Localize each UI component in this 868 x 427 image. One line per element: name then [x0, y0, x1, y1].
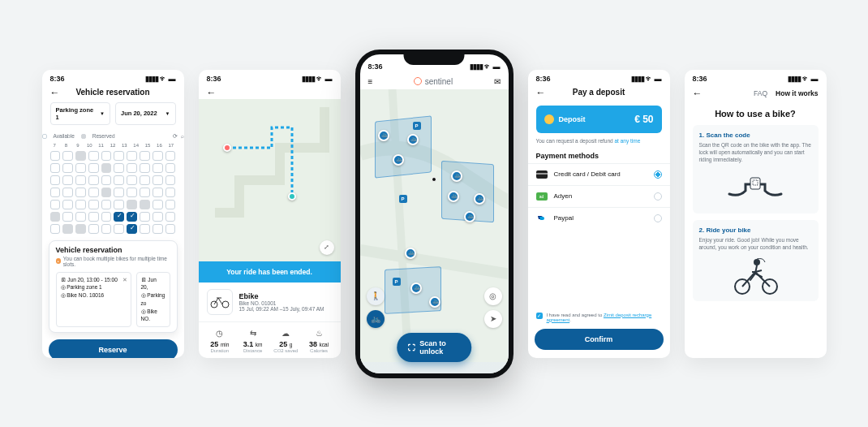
- route-line: [199, 99, 341, 229]
- filter-walk-icon[interactable]: 🚶: [367, 287, 385, 305]
- info-icon: •: [56, 258, 61, 264]
- station-icon[interactable]: [429, 296, 440, 308]
- menu-icon[interactable]: ≡: [368, 77, 373, 86]
- status-bar: 8:36 ▮▮▮▮ᯤ▬: [685, 70, 827, 84]
- station-icon[interactable]: [378, 130, 389, 141]
- time: 8:36: [368, 63, 383, 71]
- stat-duration: ◷25 minDuration: [204, 329, 237, 353]
- deposit-amount: € 50: [634, 114, 653, 125]
- parking-icon[interactable]: P: [413, 122, 421, 130]
- adyen-icon: ad: [536, 192, 548, 201]
- status-icons: ▮▮▮▮ᯤ▬: [631, 75, 662, 83]
- zone-select[interactable]: Parking zone 1▼: [50, 102, 111, 125]
- locate-icon[interactable]: ◎: [484, 287, 502, 305]
- radio-icon: [654, 192, 662, 201]
- header: ←: [199, 84, 341, 99]
- availability-grid[interactable]: [42, 148, 184, 235]
- reservation-card[interactable]: 🗓 Jun 20, ◎ Parking zo ◎ Bike NO.: [136, 272, 170, 328]
- back-icon[interactable]: ←: [536, 88, 546, 97]
- step-heading: 2. Ride your bike: [699, 226, 812, 234]
- tab-howitworks[interactable]: How it works: [776, 89, 818, 97]
- status-icons: ▮▮▮▮ᯤ▬: [302, 75, 333, 83]
- route-icon: ⇆: [236, 329, 269, 338]
- rider-illustration: [699, 256, 812, 295]
- step-card: 1. Scan the code Scan the QR code on the…: [693, 125, 819, 214]
- pm-adyen[interactable]: adAdyen: [528, 185, 670, 207]
- station-icon[interactable]: [405, 248, 416, 259]
- back-icon[interactable]: ←: [50, 88, 60, 97]
- station-icon[interactable]: [474, 193, 485, 205]
- radio-icon: [654, 214, 662, 222]
- status-icons: ▮▮▮▮ᯤ▬: [788, 75, 819, 83]
- tab-faq[interactable]: FAQ: [754, 89, 767, 97]
- card-icon: [536, 170, 548, 179]
- status-bar: 8:36 ▮▮▮▮ᯤ▬: [528, 70, 670, 84]
- filter-bike-icon[interactable]: 🚲: [367, 310, 385, 328]
- station-icon[interactable]: [464, 211, 475, 222]
- date-select[interactable]: Jun 20, 2022▼: [115, 102, 176, 125]
- refresh-icon[interactable]: ⟳: [173, 133, 178, 140]
- scan-button[interactable]: ⛶ Scan to unlock: [397, 333, 471, 362]
- screen-deposit: 8:36 ▮▮▮▮ᯤ▬ ← Pay a deposit Deposit € 50…: [528, 70, 670, 358]
- page-title: Pay a deposit: [546, 88, 652, 97]
- svg-point-2: [222, 301, 229, 308]
- svg-rect-4: [750, 178, 760, 189]
- parking-icon[interactable]: P: [393, 278, 401, 286]
- deposit-card: Deposit € 50: [536, 106, 662, 133]
- back-icon[interactable]: ←: [207, 88, 217, 97]
- start-pin-icon: [223, 144, 231, 152]
- agree-row[interactable]: ✓ I have read and agreed to Zimit deposi…: [536, 304, 662, 322]
- search-icon[interactable]: ⌕: [181, 133, 184, 140]
- stat-calories: ♨38 kcalCalories: [303, 329, 336, 353]
- stat-distance: ⇆3.1 kmDistance: [236, 329, 269, 353]
- notch: [404, 54, 465, 65]
- panel-note: •You can book multiple bikes for multipl…: [56, 256, 170, 267]
- status-icons: ▮▮▮▮ᯤ▬: [470, 63, 501, 71]
- station-icon[interactable]: [448, 191, 459, 202]
- stat-co2: ☁25 gCO2 saved: [269, 329, 303, 353]
- panel-title: Vehicle reservation: [56, 246, 170, 254]
- ended-banner: Your ride has been ended.: [199, 261, 341, 283]
- station-icon[interactable]: [393, 154, 404, 166]
- fire-icon: ♨: [303, 329, 336, 338]
- screen-howitworks: 8:36 ▮▮▮▮ᯤ▬ ← FAQ How it works How to us…: [685, 70, 827, 358]
- bike-icon: [207, 289, 233, 315]
- time: 8:36: [536, 75, 551, 83]
- bike-card: Ebike Bike NO. 01001 15 Jul, 09:22 AM –1…: [199, 283, 341, 321]
- bike-name: Ebike: [239, 292, 324, 300]
- qr-icon: ⛶: [408, 343, 415, 352]
- refund-link[interactable]: at any time: [614, 138, 640, 144]
- refund-text: You can request a deposit refund at any …: [536, 138, 662, 144]
- step-card: 2. Ride your bike Enjoy your ride. Good …: [693, 220, 819, 301]
- back-icon[interactable]: ←: [693, 88, 703, 99]
- pm-paypal[interactable]: Paypal: [528, 207, 670, 229]
- checkbox-icon[interactable]: ✓: [536, 313, 543, 319]
- cloud-icon: ☁: [269, 329, 303, 338]
- map[interactable]: P P P ◎ ➤ 🚶 🚲 ⛶ Scan to unlock: [360, 89, 509, 373]
- coin-icon: [544, 114, 554, 124]
- station-icon[interactable]: [407, 134, 419, 145]
- header: ← Vehicle reservation: [42, 84, 184, 102]
- parking-icon[interactable]: P: [399, 195, 407, 203]
- confirm-button[interactable]: Confirm: [535, 329, 664, 350]
- inbox-icon[interactable]: ✉: [494, 77, 501, 86]
- top-bar: ≡ sentinel ✉: [360, 72, 509, 89]
- header: ← FAQ How it works: [685, 84, 827, 104]
- chevron-down-icon: ▼: [165, 111, 170, 116]
- recenter-icon[interactable]: ⤢: [320, 240, 334, 255]
- reservation-card[interactable]: ✕ 🗓 Jun 20, 13:00 - 15:00 ◎ Parking zone…: [56, 272, 131, 328]
- stats-row: ◷25 minDuration ⇆3.1 kmDistance ☁25 gCO2…: [199, 321, 341, 358]
- legend: Available Reserved ⟳ ⌕: [42, 130, 184, 143]
- navigate-icon[interactable]: ➤: [484, 310, 502, 328]
- svg-point-8: [754, 259, 760, 265]
- chevron-down-icon: ▼: [100, 111, 105, 116]
- close-icon[interactable]: ✕: [122, 276, 127, 285]
- header: ← Pay a deposit: [528, 84, 670, 102]
- time: 8:36: [207, 75, 221, 83]
- map[interactable]: ⤢: [199, 99, 341, 261]
- pm-card[interactable]: Credit card / Debit card: [528, 163, 670, 185]
- station-icon[interactable]: [410, 283, 422, 294]
- station-icon[interactable]: [451, 170, 462, 182]
- step-text: Enjoy your ride. Good job! While you mov…: [699, 236, 812, 251]
- reserve-button[interactable]: Reserve: [49, 339, 178, 358]
